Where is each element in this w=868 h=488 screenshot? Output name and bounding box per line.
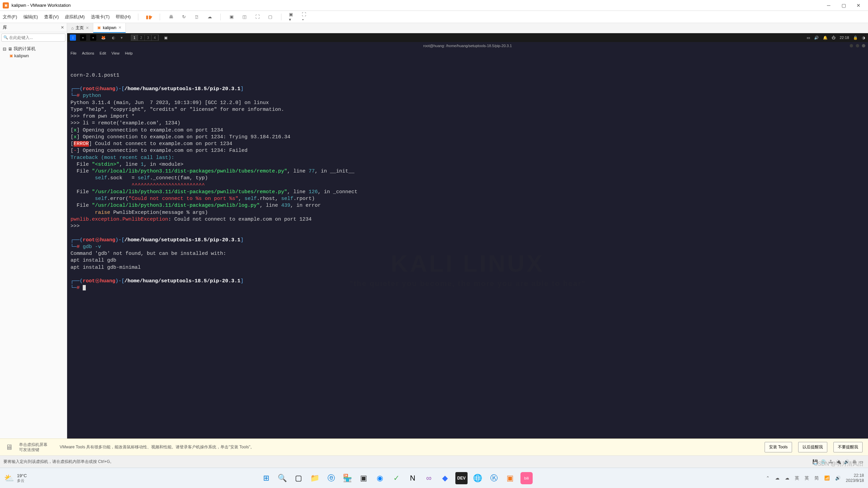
ime-lang3[interactable]: 简 bbox=[814, 475, 819, 481]
console-icon[interactable]: ▢ bbox=[267, 14, 274, 20]
k-icon[interactable]: Ⓚ bbox=[488, 472, 500, 484]
vs-icon[interactable]: ∞ bbox=[423, 472, 435, 484]
fullscreen-icon[interactable]: ▣ bbox=[228, 14, 235, 20]
temperature: 19°C bbox=[17, 473, 27, 478]
menu-edit[interactable]: 编辑(E) bbox=[23, 14, 38, 20]
notion-icon[interactable]: N bbox=[407, 472, 419, 484]
keyboard-icon: 🖥 bbox=[5, 443, 13, 452]
library-search-input[interactable] bbox=[1, 34, 65, 42]
term-menu-view[interactable]: View bbox=[112, 51, 120, 55]
globe-icon[interactable]: 🌐 bbox=[472, 472, 484, 484]
weather-desc: 多云 bbox=[17, 478, 27, 483]
close-tab-icon[interactable]: ✕ bbox=[118, 25, 121, 30]
start-icon[interactable]: ⊞ bbox=[260, 472, 272, 484]
app1-icon[interactable]: ▣ bbox=[358, 472, 370, 484]
terminal-title-text: root@huang: /home/huang/setuptools-18.5/… bbox=[423, 44, 512, 48]
quick-switch-icon[interactable]: ▣ ▾ bbox=[289, 14, 296, 20]
window-controls: ─ ▢ ✕ bbox=[822, 1, 865, 10]
workspace-4[interactable]: 4 bbox=[152, 35, 158, 40]
search-taskbar-icon[interactable]: 🔍 bbox=[276, 472, 289, 484]
menu-file[interactable]: 文件(F) bbox=[3, 14, 17, 20]
store-icon[interactable]: 🏪 bbox=[341, 472, 354, 484]
tray-onedrive-icon[interactable]: ☁ bbox=[775, 475, 780, 481]
tray-screen-icon[interactable]: ▭ bbox=[807, 36, 810, 40]
never-remind-button[interactable]: 不要提醒我 bbox=[833, 442, 863, 452]
ime-lang2[interactable]: 英 bbox=[805, 475, 809, 481]
explorer-icon[interactable]: 📁 bbox=[309, 472, 321, 484]
term-max-icon[interactable] bbox=[856, 44, 859, 47]
tab-home-label: 主页 bbox=[76, 25, 84, 31]
firefox-icon[interactable]: 🦊 bbox=[100, 35, 106, 41]
tree-root-my-computer[interactable]: ⊟ 🖥 我的计算机 bbox=[1, 45, 65, 53]
revert-icon[interactable]: ↻ bbox=[180, 14, 187, 20]
tray-chevron-icon[interactable]: ⌃ bbox=[766, 475, 770, 481]
clock-time: 22:18 bbox=[846, 473, 864, 478]
vm-icon: ▣ bbox=[9, 54, 13, 58]
stretch-icon[interactable]: ⛶ bbox=[254, 14, 261, 20]
view-mode-icon[interactable]: ⛶ ▾ bbox=[302, 14, 309, 20]
close-tab-icon[interactable]: ✕ bbox=[86, 26, 89, 30]
tray-notifications-icon[interactable]: 🔔 bbox=[823, 36, 828, 40]
tab-home[interactable]: ⌂ 主页 ✕ bbox=[67, 23, 93, 33]
taskview-icon[interactable]: ▢ bbox=[293, 472, 305, 484]
term-menu-actions[interactable]: Actions bbox=[82, 51, 94, 55]
taskbar-clock[interactable]: 22:18 2023/9/18 bbox=[846, 473, 864, 483]
sidebar-close-icon[interactable]: ✕ bbox=[61, 25, 64, 30]
tray-menu-icon[interactable]: ◑ bbox=[862, 36, 865, 40]
close-button[interactable]: ✕ bbox=[852, 1, 865, 10]
menu-tabs[interactable]: 选项卡(T) bbox=[91, 14, 110, 20]
install-tools-button[interactable]: 安装 Tools bbox=[765, 442, 792, 452]
tray-power-icon[interactable]: ⏻ bbox=[832, 36, 835, 40]
workspace-1[interactable]: 1 bbox=[131, 35, 138, 40]
remind-later-button[interactable]: 以后提醒我 bbox=[798, 442, 827, 452]
tab-kalipwn[interactable]: ▣ kalipwn ✕ bbox=[93, 23, 126, 33]
term-min-icon[interactable] bbox=[850, 44, 853, 47]
burp-icon[interactable]: ◐ bbox=[111, 35, 117, 41]
vmware-taskbar-icon[interactable]: ▣ bbox=[504, 472, 516, 484]
term-menu-edit[interactable]: Edit bbox=[100, 51, 106, 55]
tab-strip: ⌂ 主页 ✕ ▣ kalipwn ✕ bbox=[67, 23, 868, 33]
workspace-switcher[interactable]: 1 2 3 4 bbox=[131, 35, 159, 41]
menubar: 文件(F) 编辑(E) 查看(V) 虚拟机(M) 选项卡(T) 帮助(H) ▮▮… bbox=[0, 11, 868, 23]
statusbar: 要将输入定向到该虚拟机，请在虚拟机内部单击或按 Ctrl+G。 💾 💿 🖧 🔌 … bbox=[0, 455, 868, 468]
tray-time[interactable]: 22:18 bbox=[840, 36, 849, 40]
term-menu-help[interactable]: Help bbox=[125, 51, 133, 55]
tray-volume-icon[interactable]: 🔊 bbox=[814, 36, 819, 40]
workspace-3[interactable]: 3 bbox=[145, 35, 152, 40]
expand-icon: ⊟ bbox=[3, 46, 6, 52]
weather-widget[interactable]: ⛅ 19°C 多云 bbox=[4, 473, 27, 483]
dev-icon[interactable]: DEV bbox=[455, 472, 468, 484]
tray-wifi-icon[interactable]: 📶 bbox=[824, 475, 830, 481]
menu-help[interactable]: 帮助(H) bbox=[116, 14, 131, 20]
minimize-button[interactable]: ─ bbox=[822, 1, 835, 10]
maximize-button[interactable]: ▢ bbox=[837, 1, 850, 10]
snapshot-manager-icon[interactable]: ⍰ bbox=[193, 14, 200, 20]
tray-lock-icon[interactable]: 🔒 bbox=[853, 36, 858, 40]
cloud-icon[interactable]: ☁ bbox=[206, 14, 213, 20]
bilibili-icon[interactable]: bili bbox=[520, 472, 533, 484]
clock-date: 2023/9/18 bbox=[846, 478, 864, 483]
power-button[interactable]: ▮▮ ▾ bbox=[146, 14, 152, 20]
kali-menu-icon[interactable]: ⟟ bbox=[70, 35, 76, 41]
terminal-menu: File Actions Edit View Help bbox=[67, 49, 868, 57]
unity-icon[interactable]: ◫ bbox=[241, 14, 248, 20]
current-app-icon[interactable]: ▣ bbox=[163, 35, 169, 41]
snapshot-icon[interactable]: 🖶 bbox=[167, 14, 174, 20]
menu-vm[interactable]: 虚拟机(M) bbox=[65, 14, 85, 20]
ime-lang1[interactable]: 英 bbox=[795, 475, 799, 481]
tray-cloud2-icon[interactable]: ☁ bbox=[785, 475, 789, 481]
feishu-icon[interactable]: ◆ bbox=[439, 472, 451, 484]
terminal-icon[interactable]: ▪ bbox=[90, 35, 96, 41]
file-manager-icon[interactable]: ▪ bbox=[80, 35, 86, 41]
app2-icon[interactable]: ◉ bbox=[374, 472, 386, 484]
term-menu-file[interactable]: File bbox=[71, 51, 77, 55]
dropdown-icon[interactable]: ▾ bbox=[121, 36, 123, 40]
workspace-2[interactable]: 2 bbox=[138, 35, 145, 40]
term-close-icon[interactable] bbox=[862, 44, 865, 47]
terminal-body[interactable]: KALI LINUX"the quieter you become, the m… bbox=[67, 57, 868, 439]
tray-sound-icon[interactable]: 🔊 bbox=[835, 475, 841, 481]
tree-item-kalipwn[interactable]: ▣ kalipwn bbox=[1, 53, 65, 59]
menu-view[interactable]: 查看(V) bbox=[44, 14, 59, 20]
app3-icon[interactable]: ✓ bbox=[390, 472, 402, 484]
edge-icon[interactable]: ⓔ bbox=[325, 472, 337, 484]
